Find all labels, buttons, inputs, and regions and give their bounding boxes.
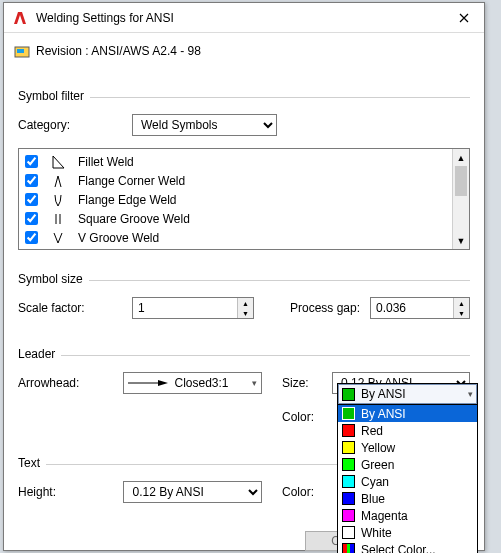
- revision-icon: [14, 43, 30, 59]
- arrowhead-label: Arrowhead:: [18, 376, 113, 390]
- color-swatch-icon: [342, 492, 355, 505]
- color-option[interactable]: Cyan: [338, 473, 477, 490]
- color-swatch-icon: [342, 407, 355, 420]
- color-option-label: Yellow: [361, 441, 395, 455]
- list-item-label: Fillet Weld: [78, 155, 134, 169]
- chevron-down-icon[interactable]: ▼: [454, 308, 469, 318]
- chevron-down-icon: ▾: [252, 378, 257, 388]
- list-item[interactable]: Flange Corner Weld: [19, 171, 452, 190]
- flange-corner-symbol-icon: [48, 172, 68, 190]
- color-swatch-icon: [342, 441, 355, 454]
- color-option[interactable]: Magenta: [338, 507, 477, 524]
- chevron-down-icon: ▾: [468, 389, 473, 399]
- chevron-up-icon[interactable]: ▲: [238, 298, 253, 308]
- list-item-label: Square Groove Weld: [78, 212, 190, 226]
- process-gap-stepper[interactable]: ▲▼: [370, 297, 470, 319]
- color-option-label: By ANSI: [361, 407, 406, 421]
- scroll-thumb[interactable]: [455, 166, 467, 196]
- revision-text: Revision : ANSI/AWS A2.4 - 98: [36, 44, 201, 58]
- chevron-down-icon[interactable]: ▼: [238, 308, 253, 318]
- symbol-size-group: Symbol size Scale factor: ▲▼ Process gap…: [18, 280, 470, 331]
- scale-factor-input[interactable]: [133, 298, 237, 318]
- symbol-list-rows: Fillet Weld Flange Corner Weld: [19, 149, 452, 249]
- arrowhead-value: Closed3:1: [174, 376, 228, 390]
- color-option-label: Red: [361, 424, 383, 438]
- color-option-label: White: [361, 526, 392, 540]
- app-logo-icon: [12, 10, 28, 26]
- leader-legend: Leader: [18, 347, 61, 361]
- color-option[interactable]: Select Color...: [338, 541, 477, 553]
- symbol-list[interactable]: Fillet Weld Flange Corner Weld: [18, 148, 470, 250]
- scale-factor-stepper[interactable]: ▲▼: [132, 297, 254, 319]
- window-title: Welding Settings for ANSI: [36, 11, 444, 25]
- svg-rect-1: [17, 49, 24, 53]
- revision-row: Revision : ANSI/AWS A2.4 - 98: [4, 33, 484, 67]
- leader-color-label: Color:: [282, 410, 322, 424]
- scale-factor-label: Scale factor:: [18, 301, 122, 315]
- list-item-checkbox[interactable]: [25, 212, 38, 225]
- list-item[interactable]: Fillet Weld: [19, 152, 452, 171]
- title-bar: Welding Settings for ANSI: [4, 3, 484, 33]
- color-swatch-icon: [342, 526, 355, 539]
- list-item-checkbox[interactable]: [25, 155, 38, 168]
- leader-color-select[interactable]: By ANSI ▾ By ANSIRedYellowGreenCyanBlueM…: [337, 383, 478, 553]
- color-swatch-icon: [342, 475, 355, 488]
- color-swatch-icon: [342, 509, 355, 522]
- list-item-label: Flange Corner Weld: [78, 174, 185, 188]
- text-height-select[interactable]: 0.12 By ANSI: [123, 481, 262, 503]
- color-option-label: Magenta: [361, 509, 408, 523]
- category-label: Category:: [18, 118, 122, 132]
- fillet-symbol-icon: [48, 153, 68, 171]
- list-item[interactable]: Flange Edge Weld: [19, 190, 452, 209]
- arrowhead-select[interactable]: Closed3:1 ▾: [123, 372, 262, 394]
- color-swatch-icon: [342, 424, 355, 437]
- symbol-filter-group: Symbol filter Category: Weld Symbols Fil…: [18, 97, 470, 256]
- list-item-checkbox[interactable]: [25, 174, 38, 187]
- color-swatch-icon: [342, 458, 355, 471]
- color-option-label: Select Color...: [361, 543, 436, 554]
- color-option[interactable]: Red: [338, 422, 477, 439]
- close-icon: [459, 13, 469, 23]
- color-option-label: Blue: [361, 492, 385, 506]
- flange-edge-symbol-icon: [48, 191, 68, 209]
- square-groove-symbol-icon: [48, 210, 68, 228]
- color-swatch-icon: [342, 388, 355, 401]
- svg-marker-3: [158, 380, 168, 386]
- leader-color-value: By ANSI: [361, 387, 406, 401]
- color-swatch-icon: [342, 543, 355, 553]
- symbol-filter-legend: Symbol filter: [18, 89, 90, 103]
- scroll-down-icon[interactable]: ▼: [453, 232, 469, 249]
- list-scrollbar[interactable]: ▲ ▼: [452, 149, 469, 249]
- leader-size-label: Size:: [282, 376, 322, 390]
- chevron-up-icon[interactable]: ▲: [454, 298, 469, 308]
- list-item[interactable]: Square Groove Weld: [19, 209, 452, 228]
- color-option[interactable]: Green: [338, 456, 477, 473]
- color-option[interactable]: Yellow: [338, 439, 477, 456]
- text-legend: Text: [18, 456, 46, 470]
- symbol-size-legend: Symbol size: [18, 272, 89, 286]
- list-item-checkbox[interactable]: [25, 231, 38, 244]
- scroll-up-icon[interactable]: ▲: [453, 149, 469, 166]
- arrowhead-preview-icon: [128, 378, 168, 388]
- process-gap-input[interactable]: [371, 298, 453, 318]
- color-option[interactable]: By ANSI: [338, 405, 477, 422]
- text-color-label: Color:: [282, 485, 322, 499]
- text-height-label: Height:: [18, 485, 113, 499]
- v-groove-symbol-icon: [48, 229, 68, 247]
- color-option-label: Cyan: [361, 475, 389, 489]
- color-dropdown-list: By ANSIRedYellowGreenCyanBlueMagentaWhit…: [338, 404, 477, 553]
- category-select[interactable]: Weld Symbols: [132, 114, 277, 136]
- list-item[interactable]: V Groove Weld: [19, 228, 452, 247]
- color-option[interactable]: White: [338, 524, 477, 541]
- color-option-label: Green: [361, 458, 394, 472]
- process-gap-label: Process gap:: [290, 301, 360, 315]
- list-item-checkbox[interactable]: [25, 193, 38, 206]
- leader-color-field[interactable]: By ANSI ▾: [338, 384, 477, 404]
- color-option[interactable]: Blue: [338, 490, 477, 507]
- list-item-label: Flange Edge Weld: [78, 193, 177, 207]
- close-button[interactable]: [444, 4, 484, 32]
- list-item-label: V Groove Weld: [78, 231, 159, 245]
